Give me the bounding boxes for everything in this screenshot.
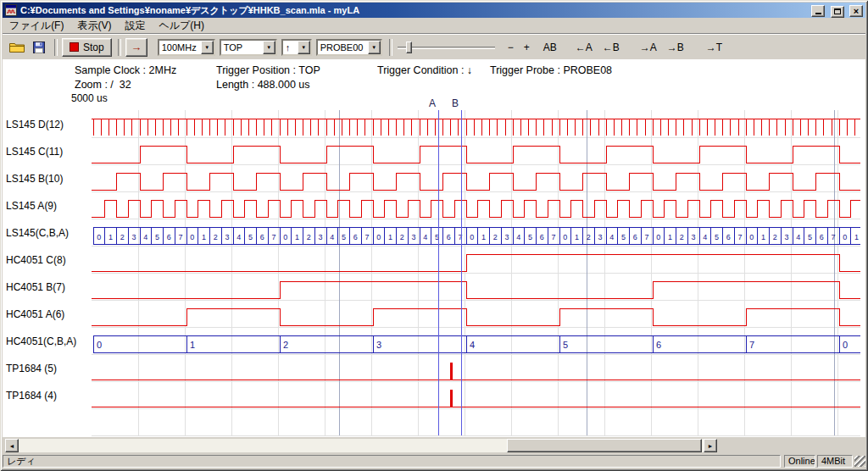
menu-help[interactable]: ヘルプ(H)	[152, 17, 211, 35]
zoom-slider-handle[interactable]	[406, 42, 412, 53]
resize-grip[interactable]	[854, 456, 865, 467]
run-button[interactable]: →	[125, 38, 147, 57]
dropdown-arrow-icon[interactable]: ▼	[368, 41, 381, 54]
goto-trigger-button[interactable]: →T	[702, 40, 726, 55]
stop-button[interactable]: Stop	[62, 38, 112, 57]
zoom-out-button[interactable]: −	[504, 40, 518, 55]
goto-cursor-a-left-button[interactable]: ←A	[571, 40, 597, 55]
time-origin-label: 5000 us	[71, 92, 108, 104]
titlebar[interactable]: C:¥Documents and Settings¥noname¥デスクトップ¥…	[3, 3, 865, 18]
menu-view[interactable]: 表示(V)	[70, 17, 118, 35]
window-controls: ×	[810, 3, 863, 18]
stop-icon	[70, 42, 79, 52]
toolbar-separator	[54, 39, 58, 56]
stop-label: Stop	[83, 42, 104, 53]
info-trigger-probe: Trigger Probe : PROBE08	[490, 64, 612, 76]
info-zoom: Zoom : / 32	[75, 79, 131, 91]
toolbar-separator	[389, 39, 392, 56]
minimize-icon	[815, 13, 821, 14]
close-icon: ×	[854, 7, 859, 15]
scroll-left-button[interactable]: ◄	[5, 439, 19, 452]
horizontal-scrollbar[interactable]: ◄ ►	[5, 439, 717, 452]
info-trigger-condition: Trigger Condition : ↓	[377, 64, 472, 76]
info-trigger-position: Trigger Position : TOP	[216, 64, 320, 76]
save-button[interactable]	[30, 38, 48, 57]
goto-cursor-b-right-button[interactable]: →B	[663, 40, 688, 55]
app-window: C:¥Documents and Settings¥noname¥デスクトップ¥…	[0, 0, 868, 471]
dropdown-arrow-icon[interactable]: ▼	[201, 41, 214, 54]
goto-cursor-b-left-button[interactable]: ←B	[598, 40, 624, 55]
trigger-probe-combo[interactable]: PROBE00 ▼	[316, 39, 382, 56]
menu-file[interactable]: ファイル(F)	[3, 17, 70, 35]
toolbar-separator	[118, 39, 121, 56]
minimize-button[interactable]	[811, 5, 825, 17]
trigger-probe-value: PROBE00	[318, 42, 368, 53]
goto-cursor-a-right-button[interactable]: →A	[636, 40, 661, 55]
open-button[interactable]	[8, 38, 26, 57]
menu-settings[interactable]: 設定	[118, 17, 152, 35]
waveform-client-area	[3, 59, 865, 437]
app-icon	[5, 4, 17, 16]
status-memory: 4MBit	[817, 455, 853, 468]
statusbar: レディ Online 4MBit	[3, 454, 865, 468]
sample-clock-value: 100MHz	[159, 42, 201, 53]
toolbar: Stop → 100MHz ▼ TOP ▼ ↑ ▼ PROBE00 ▼ − + …	[3, 34, 865, 59]
zoom-in-button[interactable]: +	[520, 40, 534, 55]
cursor-ab-button[interactable]: AB	[539, 40, 561, 55]
zoom-slider-track[interactable]	[398, 47, 495, 49]
maximize-button[interactable]	[831, 6, 844, 18]
dropdown-arrow-icon[interactable]: ▼	[263, 41, 275, 54]
floppy-icon	[33, 42, 45, 53]
menubar: ファイル(F) 表示(V) 設定 ヘルプ(H)	[3, 18, 865, 34]
info-length: Length : 488.000 us	[216, 79, 310, 91]
maximize-icon	[834, 8, 841, 14]
status-online: Online	[784, 455, 815, 468]
dropdown-arrow-icon[interactable]: ▼	[298, 41, 310, 54]
status-message: レディ	[3, 455, 781, 468]
open-folder-icon	[9, 42, 25, 53]
trigger-position-combo[interactable]: TOP ▼	[220, 39, 277, 56]
close-button[interactable]: ×	[849, 5, 863, 17]
sample-clock-combo[interactable]: 100MHz ▼	[158, 39, 215, 56]
zoom-slider[interactable]	[398, 39, 495, 56]
window-title: C:¥Documents and Settings¥noname¥デスクトップ¥…	[20, 4, 810, 17]
trigger-position-value: TOP	[221, 42, 263, 53]
scroll-right-button[interactable]: ►	[704, 439, 717, 452]
info-sample-clock: Sample Clock : 2MHz	[75, 64, 176, 76]
trigger-edge-combo[interactable]: ↑ ▼	[281, 39, 312, 56]
scrollbar-thumb[interactable]	[507, 439, 702, 452]
run-arrow-icon: →	[131, 41, 142, 53]
trigger-edge-value: ↑	[283, 42, 298, 53]
